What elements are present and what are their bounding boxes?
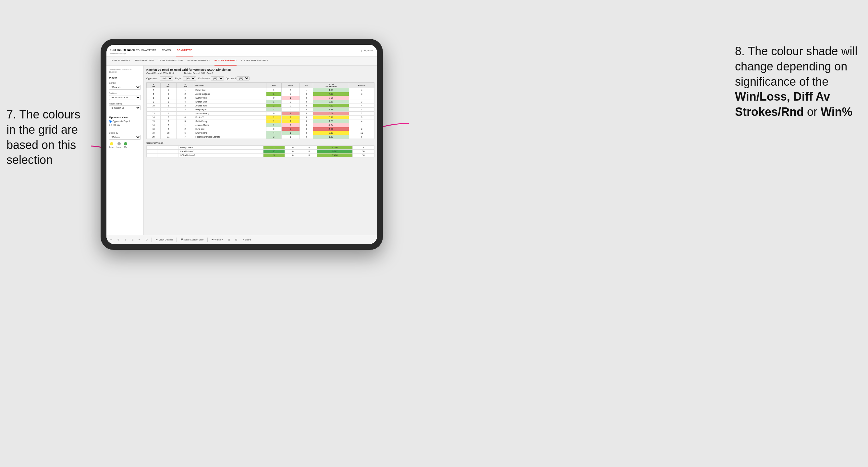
opponents-label: Opponents: (146, 77, 158, 80)
nav-tournaments[interactable]: TOURNAMENTS (135, 45, 157, 57)
cut-btn[interactable]: ✂ (137, 238, 142, 242)
table-row: 13 1 1 Jessica Huang 0 1 0 -3.00 2 (147, 112, 374, 116)
table-row: 3 1 1 Esther Lee 1 0 1 1.50 4 (147, 88, 374, 92)
division-record: Division Record: 331 - 34 - 6 (184, 72, 213, 74)
division-label: Division (109, 92, 141, 94)
bottom-toolbar: ↩ ↺ ↻ ⧉ ✂ ⟳ 👁 View: Original 💾 Save Cust… (106, 235, 377, 244)
col-win: Win (266, 83, 281, 88)
redo2-btn[interactable]: ↻ (123, 238, 128, 242)
table-row: 16 2 1 Jessica Mason 1 2 0 -0.94 (147, 123, 374, 127)
table-row: 11 11 3 Heejo Hyun 1 0 0 3.33 3 (147, 108, 374, 112)
save-custom-btn[interactable]: 💾 Save Custom View (180, 238, 205, 242)
table-row: 5 2 2 Alexis Sudjianto 1 0 0 4.00 3 (147, 92, 374, 96)
watch-btn[interactable]: 👁 Watch ▾ (210, 238, 224, 242)
colour-by-select[interactable]: Win/loss (109, 135, 141, 139)
filter-group-opponents: (All) (160, 76, 173, 81)
out-of-division-table: Foreign Team 1 0 0 4.500 2 NAIA Division… (146, 145, 374, 157)
tablet-screen: SCOREBOARD Powered by clippd TOURNAMENTS… (106, 45, 377, 244)
col-div: #Div (147, 83, 161, 88)
table-header-row: #Div #Reg #Conf Opponent Win Loss Tie Di… (147, 83, 374, 88)
table-row: 10 6 3 Andrea York 2 0 0 4.00 4 (147, 104, 374, 108)
nav-teams[interactable]: TEAMS (161, 45, 172, 57)
colour-legend: Down Level Up (109, 142, 141, 148)
subnav-player-h2h-heatmap[interactable]: PLAYER H2H HEATMAP (241, 57, 268, 66)
opponent-select[interactable]: (All) (237, 76, 250, 81)
last-updated: Last Updated: 27/03/2024 16:55:38 (109, 68, 141, 74)
conference-select[interactable]: (All) (211, 76, 224, 81)
top-nav: SCOREBOARD Powered by clippd TOURNAMENTS… (106, 45, 377, 57)
refresh-btn[interactable]: ⟳ (145, 238, 149, 242)
table-row: NAIA Division 1 15 0 0 9.267 30 (147, 150, 374, 154)
colour-by-group: Colour by Win/loss (109, 132, 141, 139)
undo-btn[interactable]: ↩ (109, 238, 114, 242)
table-row: 15 8 5 Stella Cheng 1 1 0 1.25 4 (147, 119, 374, 123)
subnav-team-h2h-grid[interactable]: TEAM H2H GRID (135, 57, 154, 66)
region-select[interactable]: (All) (183, 76, 196, 81)
opponent-view-group: Opponent view Opponents Played Top 100 (109, 116, 141, 126)
annotation-right: 8. The colour shade will change dependin… (735, 44, 858, 120)
overall-record: Overall Record: 353 - 34 - 6 (146, 72, 174, 74)
grid-area: Katelyn Vo Head-to-Head Grid for Women's… (144, 66, 377, 235)
toolbar-sep2 (177, 238, 177, 242)
annotation-left: 7. The colours in the grid are based on … (6, 107, 91, 168)
subnav-team-h2h-heatmap[interactable]: TEAM H2H HEATMAP (158, 57, 183, 66)
legend-dot-level (118, 142, 121, 145)
nav-right: | Sign out (361, 49, 373, 52)
h2h-table: #Div #Reg #Conf Opponent Win Loss Tie Di… (146, 83, 374, 139)
player-rank-select[interactable]: 8. Katelyn Vo (109, 105, 141, 110)
opponents-select[interactable]: (All) (160, 76, 173, 81)
player-section: Player (109, 76, 141, 79)
view-original-btn[interactable]: 👁 View: Original (154, 238, 174, 242)
col-tie: Tie (300, 83, 313, 88)
logo: SCOREBOARD Powered by clippd (110, 47, 135, 55)
export-btn[interactable]: ⊞ (227, 238, 231, 242)
filter-group-region: Region (All) (175, 76, 196, 81)
share-btn[interactable]: ↗ Share (241, 238, 252, 242)
col-diff: Diff AvStrokes/Rnd (313, 83, 349, 88)
opponent-view-label: Opponent view (109, 116, 141, 119)
col-rounds: Rounds (349, 83, 374, 88)
table-row: 9 1 4 Sharon Mun 1 0 0 3.67 3 (147, 100, 374, 104)
save-icon: 💾 (181, 239, 184, 241)
player-label: Player (109, 76, 141, 79)
grid-records: Overall Record: 353 - 34 - 6 Division Re… (146, 72, 374, 74)
table-row: 14 7 4 Eunice Yi 2 2 0 0.38 9 (147, 116, 374, 119)
radio-top100[interactable]: Top 100 (109, 124, 141, 126)
out-of-division-label: Out of division (146, 142, 374, 145)
eye-icon: 👁 (156, 239, 158, 241)
radio-opponents-played[interactable]: Opponents Played (109, 120, 141, 123)
col-loss: Loss (282, 83, 300, 88)
table-row: 20 11 7 Federica Domecq Lacroze 2 1 0 1.… (147, 135, 374, 139)
subnav-player-summary[interactable]: PLAYER SUMMARY (188, 57, 210, 66)
division-select[interactable]: NCAA Division III (109, 95, 141, 100)
subnav-team-summary[interactable]: TEAM SUMMARY (110, 57, 130, 66)
toolbar-sep3 (207, 238, 208, 242)
subnav-player-h2h-grid[interactable]: PLAYER H2H GRID (215, 57, 237, 66)
watch-icon: 👁 (212, 239, 214, 241)
copy-btn[interactable]: ⧉ (130, 238, 135, 242)
filter-group-conference: Conference (All) (198, 76, 224, 81)
table-row: 6 3 3 Sydney Kuo 0 1 0 -1.00 (147, 96, 374, 100)
table-row: Foreign Team 1 0 0 4.500 2 (147, 146, 374, 150)
redo-btn[interactable]: ↺ (116, 238, 121, 242)
grid-title: Katelyn Vo Head-to-Head Grid for Women's… (146, 68, 374, 71)
filter-group-opponent: Opponent (All) (226, 76, 250, 81)
sign-out-link[interactable]: Sign out (364, 49, 373, 52)
share-icon: ↗ (242, 239, 244, 241)
colour-by-label: Colour by (109, 132, 141, 134)
nav-items: TOURNAMENTS TEAMS COMMITTEE (135, 45, 361, 57)
gender-select[interactable]: Women's (109, 85, 141, 90)
col-conf: #Conf (176, 83, 194, 88)
grid-btn[interactable]: ⊟ (234, 238, 239, 242)
main-content: Last Updated: 27/03/2024 16:55:38 Player… (106, 66, 377, 235)
division-group: Division NCAA Division III (109, 92, 141, 100)
sub-nav: TEAM SUMMARY TEAM H2H GRID TEAM H2H HEAT… (106, 57, 377, 66)
table-row: 18 2 2 Euna Lee 0 2 0 -5.00 2 (147, 127, 374, 131)
left-panel: Last Updated: 27/03/2024 16:55:38 Player… (106, 66, 144, 235)
player-rank-group: Player (Rank) 8. Katelyn Vo (109, 102, 141, 110)
radio-group: Opponents Played Top 100 (109, 120, 141, 126)
nav-committee[interactable]: COMMITTEE (176, 45, 193, 57)
col-reg: #Reg (161, 83, 176, 88)
col-opponent: Opponent (194, 83, 266, 88)
opponents-filter-row: Opponents: (All) Region (All) Conference… (146, 76, 374, 81)
